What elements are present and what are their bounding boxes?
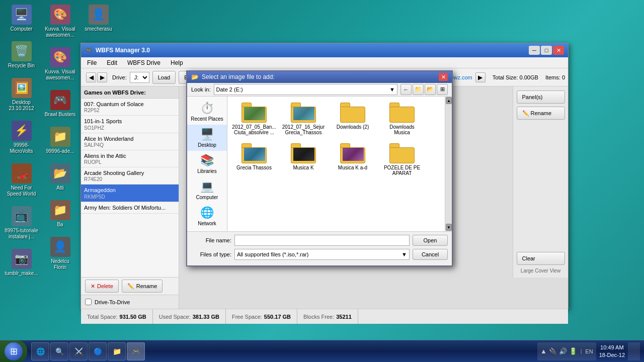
folder-pozele[interactable]: POZELE DE PEAPARAT: [379, 141, 425, 178]
game-title: Arcade Shooting Gallery: [84, 169, 176, 176]
look-in-combo[interactable]: Date 2 (E:) ▼: [214, 84, 397, 95]
used-space-label: Used Space:: [159, 314, 191, 320]
rename-button[interactable]: ✏️ Rename: [122, 280, 163, 293]
total-space-value: 931.50 GB: [120, 314, 146, 320]
menu-edit[interactable]: Edit: [103, 58, 121, 67]
clear-button[interactable]: Clear: [517, 252, 565, 265]
nav-right[interactable]: ▶: [475, 72, 486, 82]
start-button[interactable]: ⊞: [0, 340, 27, 363]
nav-new-folder-btn[interactable]: 📂: [425, 84, 436, 95]
rename-panel-button[interactable]: ✏️ Rename: [517, 107, 565, 120]
close-button[interactable]: ✕: [553, 46, 564, 55]
cancel-button[interactable]: Cancel: [413, 249, 448, 260]
folder-icon: [340, 143, 365, 163]
nav-back[interactable]: ◀: [86, 72, 96, 82]
delete-button[interactable]: ✕ Delete: [85, 280, 119, 293]
load-button[interactable]: Load: [152, 71, 176, 84]
filename-input[interactable]: [234, 235, 410, 246]
minimize-button[interactable]: ─: [529, 46, 540, 55]
game-title: 101-in-1 Sports: [84, 118, 176, 125]
desktop-icon-ba[interactable]: 📁 Ba: [41, 198, 79, 230]
folder-grecia-thassos[interactable]: Grecia Thassos: [231, 141, 277, 178]
desktop-icon-tutoriale[interactable]: 📺 89975-tutorialeinstalare j...: [3, 204, 40, 242]
game-title: Aliens in the Attic: [84, 152, 176, 159]
game-action-buttons: ✕ Delete ✏️ Rename: [81, 277, 179, 295]
desktop-icon-label: Computer: [11, 26, 33, 32]
game-item[interactable]: 101-in-1 Sports SO1PHZ: [81, 116, 179, 133]
game-item-selected[interactable]: Armageddon RKMP5D: [81, 185, 179, 202]
game-item[interactable]: Arcade Shooting Gallery R74E20: [81, 167, 179, 185]
taskbar-item[interactable]: 🔵: [89, 342, 107, 360]
desktop-icon-recycle[interactable]: 🗑️ Recycle Bin: [3, 39, 40, 71]
folder-2012-07-16[interactable]: 2012_07_16_SejurGrecia_Thassos: [281, 101, 326, 137]
dialog-close-button[interactable]: ✕: [439, 73, 448, 81]
open-button[interactable]: Open: [413, 235, 448, 246]
clock-date: 18-Dec-12: [599, 351, 625, 358]
desktop-icon-microvolts[interactable]: ⚡ 99998-MicroVolts: [3, 119, 40, 156]
sidebar-libraries[interactable]: 📚 Libraries: [187, 151, 227, 177]
select-arrow: ▼: [401, 251, 407, 257]
desktop-icon-nedelcu[interactable]: 👤 NedelcuFlorin: [41, 235, 79, 273]
folder-downloads-2[interactable]: Downloads (2): [330, 101, 375, 137]
system-clock[interactable]: 10:49 AM 18-Dec-12: [599, 344, 625, 358]
scrollbar[interactable]: ▲ ▼: [445, 97, 452, 231]
desktop-icon-kuvva1[interactable]: 🎨 Kuvva. Visualawesomen...: [41, 3, 79, 40]
taskbar-magnifier-icon: 🔍: [55, 347, 64, 356]
menu-file[interactable]: File: [83, 58, 101, 67]
taskbar-wbfs-item[interactable]: 🎮: [127, 342, 145, 360]
folder-musica-k[interactable]: Musica K: [281, 141, 326, 178]
desktop-icon-smecherasu[interactable]: 👤 smecherasu: [79, 3, 117, 34]
desktop-icon-atti[interactable]: 📂 Atti: [41, 161, 79, 193]
drive-to-drive-checkbox[interactable]: [85, 299, 92, 305]
panel-button[interactable]: Panel(s): [517, 90, 565, 104]
window-icon: 🎮: [85, 47, 93, 54]
dialog-toolbar: Look in: Date 2 (E:) ▼ ← 📁 📂 ⊞: [187, 83, 452, 97]
menu-wbfs-drive[interactable]: WBFS Drive: [123, 58, 165, 67]
menu-help[interactable]: Help: [167, 58, 187, 67]
tray-arrow-icon[interactable]: ▲: [540, 347, 547, 355]
sidebar-recent-places[interactable]: ⏱️ Recent Places: [187, 99, 227, 125]
game-item[interactable]: Army Men: Soldiers Of Misfortu...: [81, 202, 179, 214]
desktop-icon-desktop-date[interactable]: 🖼️ Desktop23.10.2012: [3, 76, 40, 114]
nav-forward[interactable]: ▶: [97, 72, 107, 82]
sidebar-network[interactable]: 🌐 Network: [187, 203, 227, 229]
folder-musica-k-ad[interactable]: Musica K a-d: [330, 141, 375, 178]
scroll-down[interactable]: ▼: [446, 224, 452, 231]
game-item[interactable]: 007: Quantum of Solace R2P52: [81, 99, 179, 116]
nav-back-btn[interactable]: ←: [400, 84, 412, 95]
sidebar-desktop[interactable]: 🖥️ Desktop: [187, 125, 227, 151]
desktop-icon-computer[interactable]: 🖥️ Computer: [3, 3, 40, 34]
game-item[interactable]: Alice In Wonderland SALP4Q: [81, 133, 179, 150]
folder-name: Downloads (2): [337, 124, 369, 130]
scroll-up[interactable]: ▲: [446, 97, 452, 104]
drive-selector[interactable]: J:: [130, 72, 149, 83]
filetype-select[interactable]: All supported files (*.iso,*.rar) ▼: [234, 249, 410, 260]
desktop-icon-brawl[interactable]: 🎮 Brawl Busters: [41, 88, 79, 120]
filetype-value: All supported files (*.iso,*.rar): [237, 251, 308, 257]
taskbar-item[interactable]: 🔍: [50, 342, 68, 360]
taskbar-item[interactable]: 🌐: [31, 342, 49, 360]
taskbar-right: ▲ 🔌 🔊 🔋 | EN 10:49 AM 18-Dec-12: [533, 342, 644, 360]
taskbar-item[interactable]: ⚔️: [69, 342, 88, 360]
game-item[interactable]: Aliens in the Attic RUOPL: [81, 150, 179, 167]
nav-view-btn[interactable]: ⊞: [437, 84, 448, 95]
folder-name: 2012_07_16_SejurGrecia_Thassos: [282, 124, 325, 135]
maximize-button[interactable]: □: [541, 46, 552, 55]
file-dialog: 📂 Select an image file to add: ✕ Look in…: [186, 70, 453, 266]
desktop-icon-tumblr[interactable]: 📷 tumblr_make...: [3, 247, 40, 279]
taskbar-sword-icon: ⚔️: [74, 347, 83, 356]
nav-up-btn[interactable]: 📁: [413, 84, 424, 95]
show-desktop-button[interactable]: [628, 342, 640, 360]
desktop-icon-need-for-speed[interactable]: 🏎️ Need ForSpeed World: [3, 161, 40, 199]
folder-icon: [389, 103, 415, 123]
sidebar-computer[interactable]: 💻 Computer: [187, 177, 227, 203]
desktop-icon-99996[interactable]: 📁 99996-ade...: [41, 125, 79, 156]
free-space-value: 550.17 GB: [264, 314, 291, 320]
folder-icon: [389, 143, 415, 163]
taskbar-item[interactable]: 📁: [108, 342, 126, 360]
desktop-icon-kuvva2[interactable]: 🎨 Kuvva. Visualawesomen...: [41, 45, 79, 83]
rename-icon: ✏️: [127, 283, 134, 290]
folder-icon: [242, 143, 267, 163]
folder-2012-07-05[interactable]: 2012_07_05_Ban...Ciuta_absolvire ...: [231, 101, 277, 137]
folder-downloads-musica[interactable]: Downloads Musica: [379, 101, 425, 137]
